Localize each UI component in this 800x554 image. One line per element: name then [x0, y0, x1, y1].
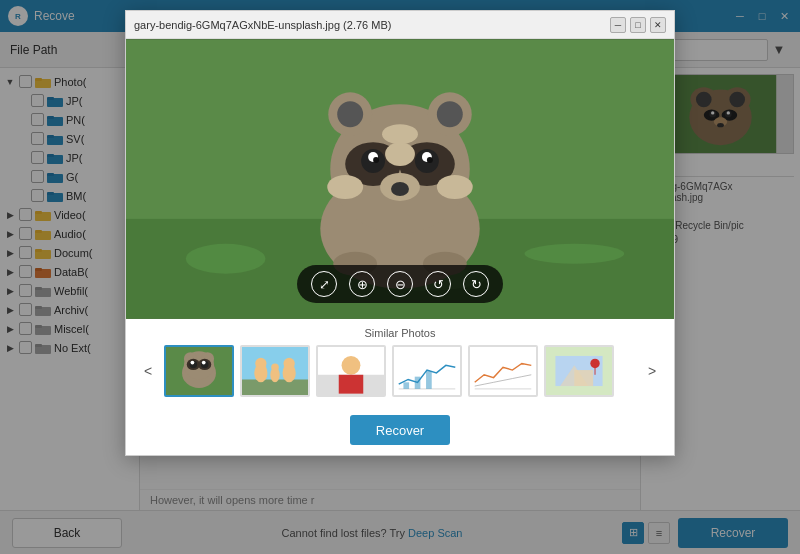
modal-title: gary-bendig-6GMq7AGxNbE-unsplash.jpg (2.… — [134, 19, 610, 31]
svg-point-46 — [186, 244, 266, 274]
svg-rect-99 — [470, 347, 536, 395]
modal-recover-button[interactable]: Recover — [350, 415, 450, 445]
image-controls: ⤢ ⊕ ⊖ ↺ ↻ — [297, 265, 503, 303]
modal-recover-area: Recover — [126, 405, 674, 455]
zoom-in-button[interactable]: ⊕ — [349, 271, 375, 297]
modal-close-button[interactable]: ✕ — [650, 17, 666, 33]
svg-rect-98 — [426, 371, 432, 389]
modal-title-bar: gary-bendig-6GMq7AGxNbE-unsplash.jpg (2.… — [126, 11, 674, 39]
svg-point-53 — [337, 101, 363, 127]
svg-point-81 — [202, 361, 206, 365]
modal-title-controls: ─ □ ✕ — [610, 17, 666, 33]
svg-point-87 — [255, 358, 266, 369]
svg-rect-104 — [574, 370, 593, 386]
rotate-right-button[interactable]: ↻ — [463, 271, 489, 297]
svg-point-92 — [342, 356, 361, 375]
preview-modal: gary-bendig-6GMq7AGxNbE-unsplash.jpg (2.… — [125, 10, 675, 456]
svg-point-57 — [385, 142, 415, 166]
app-window: R Recove ─ □ ✕ File Path ▼ ▼ Photo( — [0, 0, 800, 554]
similar-thumb-2[interactable] — [240, 345, 310, 397]
modal-overlay: gary-bendig-6GMq7AGxNbE-unsplash.jpg (2.… — [0, 0, 800, 554]
thumb-inner-5 — [470, 347, 536, 395]
similar-photos-title: Similar Photos — [138, 327, 662, 339]
similar-thumb-6[interactable] — [544, 345, 614, 397]
svg-point-54 — [437, 101, 463, 127]
modal-image-area: ⤢ ⊕ ⊖ ↺ ↻ — [126, 39, 674, 319]
svg-rect-96 — [403, 382, 409, 389]
svg-point-68 — [437, 175, 473, 199]
svg-point-80 — [191, 361, 195, 365]
next-arrow-button[interactable]: > — [642, 361, 662, 381]
svg-point-48 — [525, 244, 625, 264]
svg-point-89 — [283, 358, 294, 369]
thumb-inner-4 — [394, 347, 460, 395]
thumb-inner-2 — [242, 347, 308, 395]
similar-thumb-4[interactable] — [392, 345, 462, 397]
prev-arrow-button[interactable]: < — [138, 361, 158, 381]
similar-thumb-1[interactable] — [164, 345, 234, 397]
svg-point-66 — [382, 124, 418, 144]
thumb-inner-6 — [546, 347, 612, 395]
modal-minimize-button[interactable]: ─ — [610, 17, 626, 33]
modal-maximize-button[interactable]: □ — [630, 17, 646, 33]
svg-point-62 — [373, 157, 379, 163]
rotate-left-button[interactable]: ↺ — [425, 271, 451, 297]
svg-point-63 — [427, 157, 433, 163]
similar-thumbs-container — [164, 345, 636, 397]
similar-photos-section: Similar Photos < — [126, 319, 674, 405]
svg-rect-93 — [339, 375, 364, 394]
svg-point-88 — [271, 363, 279, 371]
svg-point-65 — [391, 182, 409, 196]
similar-thumb-3[interactable] — [316, 345, 386, 397]
thumb-inner-3 — [318, 347, 384, 395]
fit-to-screen-button[interactable]: ⤢ — [311, 271, 337, 297]
similar-thumb-5[interactable] — [468, 345, 538, 397]
thumb-inner-1 — [166, 347, 232, 395]
svg-rect-97 — [415, 377, 421, 389]
similar-photos-row: < — [138, 345, 662, 397]
svg-point-67 — [327, 175, 363, 199]
zoom-out-button[interactable]: ⊖ — [387, 271, 413, 297]
